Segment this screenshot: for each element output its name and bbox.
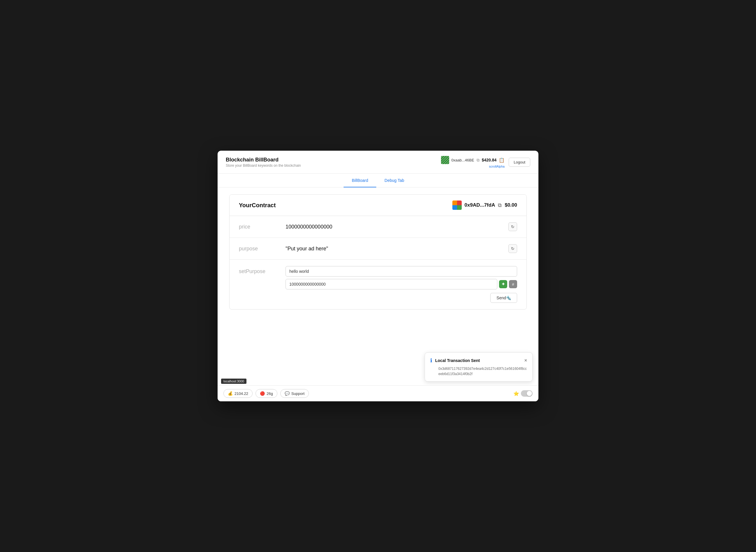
dark-mode-toggle[interactable] bbox=[521, 390, 533, 397]
contract-header: YourContract 0x9AD...7fdA ⧉ $0.00 bbox=[229, 195, 527, 216]
notification-body: 0x3d687117627392d7e4ea4c2d127c40f7c1e561… bbox=[430, 366, 527, 377]
header: Blockchain BillBoard Store your BillBoar… bbox=[218, 151, 538, 174]
wallet-copy-icon[interactable]: ⧉ bbox=[476, 158, 479, 163]
purpose-label: purpose bbox=[239, 246, 286, 252]
notification-close-button[interactable]: × bbox=[524, 358, 527, 363]
notification-panel: ℹ Local Transaction Sent × 0x3d687117627… bbox=[425, 353, 533, 382]
purpose-refresh-button[interactable]: ↻ bbox=[508, 244, 517, 253]
price-row: price 1000000000000000 ↻ bbox=[229, 216, 527, 238]
bottom-right: ⭐ bbox=[513, 390, 533, 397]
support-icon: 💬 bbox=[285, 391, 290, 396]
header-right: 0xaab...46BE ⧉ $420.84 📋 scrollAlpha Log… bbox=[441, 156, 530, 168]
send-button[interactable]: Send🔩 bbox=[490, 293, 517, 303]
wallet-avatar bbox=[441, 156, 449, 164]
gas-balance-value: 2104.22 bbox=[234, 391, 248, 396]
notification-header: ℹ Local Transaction Sent × bbox=[430, 357, 527, 364]
gas-units-value: 26g bbox=[266, 391, 273, 396]
contract-balance: $0.00 bbox=[505, 202, 517, 208]
notification-title-row: ℹ Local Transaction Sent bbox=[430, 357, 480, 364]
set-purpose-text-input[interactable] bbox=[286, 266, 517, 277]
contract-avatar bbox=[452, 200, 462, 210]
main-content: YourContract 0x9AD...7fdA ⧉ $0.00 price … bbox=[218, 187, 538, 316]
contract-title: YourContract bbox=[239, 202, 276, 209]
localhost-badge: localhost:3000 bbox=[221, 379, 246, 384]
gas-units-badge[interactable]: 🔴 26g bbox=[255, 389, 278, 398]
app-title: Blockchain BillBoard bbox=[226, 157, 301, 163]
bottom-bar: 💰 2104.22 🔴 26g 💬 Support ⭐ bbox=[218, 385, 538, 401]
token-button[interactable]: ✦ bbox=[499, 280, 507, 288]
tab-billboard[interactable]: BillBoard bbox=[344, 174, 376, 187]
support-badge[interactable]: 💬 Support bbox=[280, 389, 309, 398]
contract-card: YourContract 0x9AD...7fdA ⧉ $0.00 price … bbox=[229, 194, 527, 309]
price-value: 1000000000000000 bbox=[286, 224, 508, 230]
support-label: Support bbox=[291, 391, 305, 396]
info-icon: ℹ bbox=[430, 357, 432, 364]
wallet-address: 0xaab...46BE bbox=[451, 158, 474, 162]
theme-star-icon: ⭐ bbox=[513, 391, 519, 396]
toggle-knob bbox=[527, 391, 532, 396]
tabs-bar: BillBoard Debug Tab bbox=[218, 174, 538, 187]
tab-debug[interactable]: Debug Tab bbox=[376, 174, 412, 187]
logout-button[interactable]: Logout bbox=[509, 158, 530, 167]
contract-address: 0x9AD...7fdA bbox=[465, 202, 495, 208]
gas-icon: 💰 bbox=[228, 391, 233, 396]
scroll-alpha-label: scrollAlpha bbox=[489, 165, 505, 168]
purpose-value: "Put your ad here" bbox=[286, 246, 508, 252]
contract-address-group: 0x9AD...7fdA ⧉ $0.00 bbox=[452, 200, 517, 210]
price-label: price bbox=[239, 224, 286, 230]
purpose-row: purpose "Put your ad here" ↻ bbox=[229, 238, 527, 260]
set-purpose-value-input[interactable] bbox=[286, 279, 497, 289]
app-window: Blockchain BillBoard Store your BillBoar… bbox=[218, 151, 538, 401]
theme-toggle: ⭐ bbox=[513, 390, 533, 397]
gas-balance-badge[interactable]: 💰 2104.22 bbox=[223, 389, 252, 398]
app-subtitle: Store your BillBoard keywords on the blo… bbox=[226, 163, 301, 168]
wallet-balance: $420.84 bbox=[482, 158, 497, 162]
set-purpose-inputs: ✦ # Send🔩 bbox=[286, 266, 517, 303]
bottom-left: 💰 2104.22 🔴 26g 💬 Support bbox=[223, 389, 309, 398]
value-input-row: ✦ # bbox=[286, 279, 517, 289]
gas-units-icon: 🔴 bbox=[260, 391, 265, 396]
hash-button[interactable]: # bbox=[509, 280, 517, 288]
set-purpose-label: setPurpose bbox=[239, 266, 286, 275]
header-left: Blockchain BillBoard Store your BillBoar… bbox=[226, 157, 301, 168]
set-purpose-section: setPurpose ✦ # Send🔩 bbox=[229, 260, 527, 309]
clipboard-icon[interactable]: 📋 bbox=[499, 157, 505, 163]
price-refresh-button[interactable]: ↻ bbox=[508, 223, 517, 231]
notification-title: Local Transaction Sent bbox=[435, 358, 480, 363]
wallet-top-row: 0xaab...46BE ⧉ $420.84 📋 bbox=[441, 156, 505, 164]
contract-copy-icon[interactable]: ⧉ bbox=[498, 202, 502, 209]
wallet-group: 0xaab...46BE ⧉ $420.84 📋 scrollAlpha bbox=[441, 156, 505, 168]
